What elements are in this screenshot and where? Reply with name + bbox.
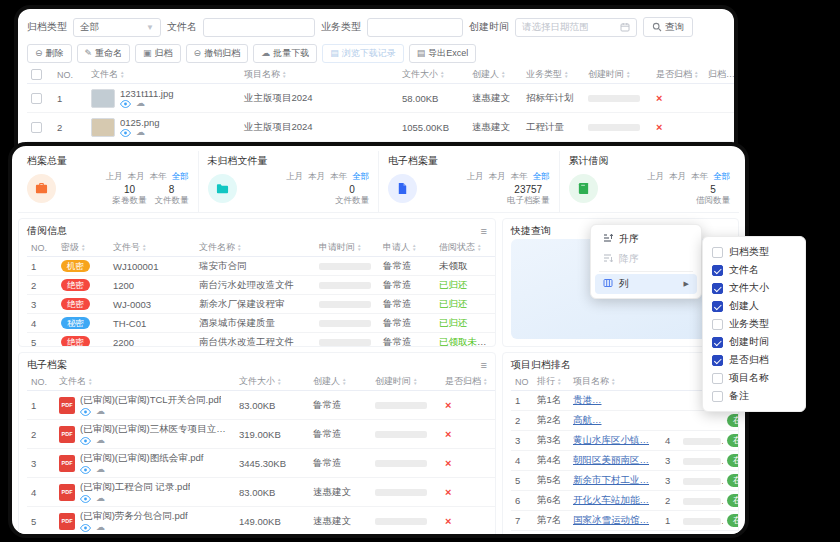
period-tab[interactable]: 本年 bbox=[330, 171, 347, 183]
select-all-checkbox[interactable] bbox=[31, 69, 42, 80]
download-cloud-icon[interactable]: ☁ bbox=[96, 494, 105, 503]
column-header[interactable]: 是否归档▲▼ bbox=[652, 66, 704, 84]
column-header[interactable]: 业务类型▲▼ bbox=[522, 66, 584, 84]
column-header[interactable]: 文件大小▲▼ bbox=[235, 373, 309, 391]
toolbar-button-export-excel[interactable]: ▤导出Excel bbox=[409, 44, 477, 63]
toolbar-button-undo-archive[interactable]: ⊖撤销归档 bbox=[186, 44, 249, 63]
column-header[interactable]: 创建时间▲▼ bbox=[371, 373, 441, 391]
view-eye-icon[interactable] bbox=[80, 524, 91, 532]
project-link[interactable]: 新余市下村工业… bbox=[573, 474, 649, 485]
list-menu-icon[interactable]: ≡ bbox=[481, 359, 487, 371]
view-eye-icon[interactable] bbox=[80, 495, 91, 503]
column-toggle-item[interactable]: 创建人 bbox=[712, 297, 796, 315]
period-tab[interactable]: 上月 bbox=[467, 171, 484, 183]
search-button[interactable]: 查询 bbox=[643, 17, 693, 37]
period-tab[interactable]: 本年 bbox=[691, 171, 708, 183]
project-link[interactable]: 国家冰雪运动馆… bbox=[573, 514, 649, 525]
column-header[interactable]: 是否归档▲▼ bbox=[441, 373, 496, 391]
column-header[interactable]: 文件号▲▼ bbox=[109, 239, 195, 257]
column-toggle-item[interactable]: 是否归档 bbox=[712, 351, 796, 369]
column-header[interactable]: 文件名称▲▼ bbox=[195, 239, 315, 257]
column-checkbox[interactable] bbox=[712, 265, 723, 276]
download-cloud-icon[interactable]: ☁ bbox=[96, 407, 105, 416]
toolbar-button-download-history[interactable]: ▤浏览下载记录 bbox=[322, 44, 404, 63]
column-header[interactable]: 文件名▲▼ bbox=[87, 66, 240, 84]
column-toggle-item[interactable]: 业务类型 bbox=[712, 315, 796, 333]
menu-item-columns[interactable]: 列▶ bbox=[595, 274, 697, 294]
period-tab[interactable]: 上月 bbox=[647, 171, 664, 183]
file-thumbnail[interactable] bbox=[91, 118, 115, 137]
period-tab[interactable]: 本月 bbox=[489, 171, 506, 183]
file-name[interactable]: 1231t111.jpg bbox=[120, 88, 174, 99]
period-tab[interactable]: 上月 bbox=[286, 171, 303, 183]
column-checkbox[interactable] bbox=[712, 373, 723, 384]
column-header[interactable]: 归档类型▲▼ bbox=[704, 66, 738, 84]
project-link[interactable]: 黄山水库区小镇… bbox=[573, 434, 649, 445]
column-header[interactable]: 项目名称▲▼ bbox=[240, 66, 398, 84]
column-header[interactable]: 借阅状态▲▼ bbox=[435, 239, 496, 257]
column-checkbox[interactable] bbox=[712, 337, 723, 348]
column-header[interactable]: 创建人▲▼ bbox=[309, 373, 371, 391]
column-header[interactable]: 申请人▲▼ bbox=[379, 239, 435, 257]
toolbar-button-minus-circle[interactable]: ⊖删除 bbox=[27, 44, 72, 63]
column-toggle-item[interactable]: 文件名 bbox=[712, 261, 796, 279]
period-tab[interactable]: 全部 bbox=[713, 171, 730, 183]
list-menu-icon[interactable]: ≡ bbox=[481, 225, 487, 237]
download-cloud-icon[interactable]: ☁ bbox=[96, 523, 105, 532]
column-header[interactable]: 文件名▲▼ bbox=[55, 373, 235, 391]
column-checkbox[interactable] bbox=[712, 355, 723, 366]
project-link[interactable]: 朝阳区美丽南区… bbox=[573, 454, 649, 465]
view-eye-icon[interactable] bbox=[80, 466, 91, 474]
column-checkbox[interactable] bbox=[712, 391, 723, 402]
project-link[interactable]: 高航… bbox=[573, 414, 602, 425]
row-checkbox[interactable] bbox=[31, 93, 42, 104]
menu-item-sort-desc[interactable]: 降序 bbox=[595, 249, 697, 269]
stat-card-2: 电子档案量上月本月本年全部23757电子档案量 bbox=[379, 151, 560, 212]
column-checkbox[interactable] bbox=[712, 301, 723, 312]
toolbar-button-cloud-download[interactable]: ☁批量下载 bbox=[253, 44, 317, 63]
view-eye-icon[interactable] bbox=[120, 100, 131, 108]
period-tab[interactable]: 全部 bbox=[172, 171, 189, 183]
period-tab[interactable]: 本年 bbox=[511, 171, 528, 183]
period-tab[interactable]: 本年 bbox=[150, 171, 167, 183]
download-cloud-icon[interactable]: ☁ bbox=[96, 465, 105, 474]
menu-item-sort-asc[interactable]: 升序 bbox=[595, 229, 697, 249]
column-toggle-item[interactable]: 文件大小 bbox=[712, 279, 796, 297]
period-tab[interactable]: 本月 bbox=[669, 171, 686, 183]
toolbar-button-archive[interactable]: ▣归档 bbox=[135, 44, 181, 63]
period-tab[interactable]: 全部 bbox=[352, 171, 369, 183]
project-link[interactable]: 开化火车站加能… bbox=[573, 494, 649, 505]
file-thumbnail[interactable] bbox=[91, 89, 115, 108]
business-type-input[interactable] bbox=[367, 18, 463, 37]
date-range-input[interactable]: 请选择日期范围 bbox=[515, 18, 637, 37]
toolbar-button-edit[interactable]: ✎重命名 bbox=[77, 44, 131, 63]
column-header[interactable]: 创建时间▲▼ bbox=[584, 66, 652, 84]
column-header[interactable]: 申请时间▲▼ bbox=[315, 239, 379, 257]
period-tab[interactable]: 本月 bbox=[128, 171, 145, 183]
row-checkbox[interactable] bbox=[31, 122, 42, 133]
minus-circle-icon: ⊖ bbox=[35, 49, 43, 58]
column-header[interactable]: 文件大小▲▼ bbox=[398, 66, 468, 84]
column-header[interactable]: 密级▲▼ bbox=[57, 239, 109, 257]
column-toggle-item[interactable]: 归档类型 bbox=[712, 243, 796, 261]
column-checkbox[interactable] bbox=[712, 319, 723, 330]
download-cloud-icon[interactable]: ☁ bbox=[136, 128, 145, 137]
download-cloud-icon[interactable]: ☁ bbox=[96, 436, 105, 445]
view-eye-icon[interactable] bbox=[120, 129, 131, 137]
view-eye-icon[interactable] bbox=[80, 437, 91, 445]
column-header[interactable]: 创建人▲▼ bbox=[468, 66, 522, 84]
file-name-input[interactable] bbox=[203, 18, 315, 37]
period-tab[interactable]: 本月 bbox=[308, 171, 325, 183]
download-cloud-icon[interactable]: ☁ bbox=[136, 99, 145, 108]
column-toggle-item[interactable]: 备注 bbox=[712, 387, 796, 405]
column-toggle-item[interactable]: 项目名称 bbox=[712, 369, 796, 387]
column-checkbox[interactable] bbox=[712, 247, 723, 258]
archive-type-select[interactable]: 全部 ▼ bbox=[73, 18, 161, 37]
period-tab[interactable]: 上月 bbox=[106, 171, 123, 183]
column-checkbox[interactable] bbox=[712, 283, 723, 294]
column-header[interactable]: 排行▲▼ bbox=[533, 373, 569, 391]
column-toggle-item[interactable]: 创建时间 bbox=[712, 333, 796, 351]
period-tab[interactable]: 全部 bbox=[533, 171, 550, 183]
project-link[interactable]: 贵港… bbox=[573, 394, 602, 405]
view-eye-icon[interactable] bbox=[80, 408, 91, 416]
